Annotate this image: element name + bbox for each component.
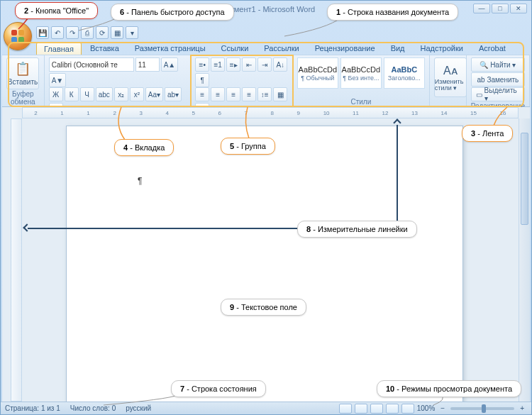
qat-redo-button[interactable]: ↷ <box>66 26 79 39</box>
highlight-button[interactable]: ab▾ <box>165 87 182 101</box>
status-page[interactable]: Страница: 1 из 1 <box>5 404 60 412</box>
qat-customize-button[interactable]: ▾ <box>126 26 138 39</box>
shading-button[interactable]: ▦ <box>273 87 287 101</box>
indent-dec-button[interactable]: ⇤ <box>242 57 256 72</box>
word-window: — □ ✕ Документ1 - Microsoft Word 💾 ↶ ↷ ⎙… <box>0 0 532 415</box>
group-clipboard-label: Буфер обмена <box>6 89 40 106</box>
paragraph-mark-icon: ¶ <box>138 176 142 186</box>
ribbon-tabs: Главная Вставка Разметка страницы Ссылки… <box>36 42 513 56</box>
style-sample: AaBbCcDd <box>299 65 337 74</box>
show-marks-button[interactable]: ¶ <box>195 73 209 87</box>
font-size-combo[interactable] <box>135 57 160 72</box>
callout-4: 4 - Вкладка <box>114 139 174 156</box>
change-styles-icon: Aᴀ <box>443 64 458 77</box>
group-styles-label: Стили <box>297 97 425 106</box>
arrow-ruler-h <box>28 228 297 229</box>
view-full-screen-button[interactable] <box>355 404 367 414</box>
tab-insert[interactable]: Вставка <box>83 42 126 56</box>
group-clipboard: 📋 Вставить Буфер обмена <box>2 55 45 106</box>
zoom-level[interactable]: 100% <box>417 404 436 412</box>
line-spacing-button[interactable]: ↕≡ <box>257 87 272 101</box>
zoom-slider-knob[interactable] <box>482 404 486 413</box>
select-button[interactable]: ▭ Выделить ▾ <box>471 87 525 101</box>
font-family-combo[interactable] <box>49 57 134 72</box>
paste-icon: 📋 <box>15 61 31 77</box>
style-name: ¶ Без инте... <box>343 74 379 82</box>
horizontal-ruler[interactable]: 21 12 34 56 78 910 1112 1314 1516 <box>22 107 519 118</box>
vertical-ruler[interactable] <box>11 118 22 402</box>
callout-5: 5 - Группа <box>221 138 275 155</box>
status-words[interactable]: Число слов: 0 <box>70 404 116 412</box>
scrollbar-thumb[interactable] <box>521 133 528 225</box>
italic-button[interactable]: К <box>65 87 79 101</box>
qat-undo-button[interactable]: ↶ <box>51 26 64 39</box>
tab-references[interactable]: Ссылки <box>214 42 256 56</box>
style-sample: AaBbCcDd <box>342 65 380 74</box>
replace-button[interactable]: ab Заменить <box>471 72 525 87</box>
underline-button[interactable]: Ч <box>80 87 94 101</box>
document-page[interactable]: ¶ <box>66 126 463 409</box>
style-name: Заголово... <box>388 74 421 82</box>
style-name: ¶ Обычный <box>301 74 334 82</box>
group-editing: 🔍 Найти ▾ ab Заменить ▭ Выделить ▾ Редак… <box>467 55 530 106</box>
callout-2: 2 - Кнопка "Office" <box>15 2 98 19</box>
zoom-slider[interactable] <box>450 407 514 410</box>
callout-6: 6 - Панель быстрого доступа <box>111 4 234 21</box>
status-language[interactable]: русский <box>126 404 151 412</box>
tab-mailings[interactable]: Рассылки <box>257 42 306 56</box>
replace-icon: ab <box>477 76 484 84</box>
tab-home[interactable]: Главная <box>36 42 82 56</box>
tab-review[interactable]: Рецензирование <box>308 42 382 56</box>
strike-button[interactable]: abc <box>96 87 113 101</box>
tab-layout[interactable]: Разметка страницы <box>128 42 213 56</box>
find-button[interactable]: 🔍 Найти ▾ <box>471 57 525 72</box>
change-styles-button[interactable]: Aᴀ Изменить стили ▾ <box>434 57 467 97</box>
subscript-button[interactable]: x₂ <box>114 87 128 101</box>
style-sample: AaBbC <box>391 65 417 74</box>
indent-inc-button[interactable]: ⇥ <box>257 57 272 72</box>
multilevel-button[interactable]: ≡▸ <box>226 57 240 72</box>
tab-acrobat[interactable]: Acrobat <box>472 42 513 56</box>
view-web-button[interactable] <box>370 404 383 414</box>
zoom-in-button[interactable]: + <box>517 404 527 412</box>
superscript-button[interactable]: x² <box>130 87 144 101</box>
change-case-button[interactable]: Aa▾ <box>145 87 163 101</box>
group-paragraph: ≡• ≡1 ≡▸ ⇤ ⇥ A↓ ¶ ≡ ≡ ≡ ≡ ↕≡ ▦ ▭ Абзац <box>191 55 293 106</box>
callout-10: 10 - Режимы просмотра документа <box>377 380 521 397</box>
office-logo-icon <box>11 30 24 43</box>
vertical-scrollbar[interactable] <box>519 118 530 402</box>
ribbon: 📋 Вставить Буфер обмена A▲ A▼ Ж К Ч abc … <box>2 55 530 107</box>
callout-9: 9 - Текстовое поле <box>221 299 306 316</box>
sort-button[interactable]: A↓ <box>273 57 287 72</box>
callout-3: 3 - Лента <box>462 125 513 142</box>
callout-7: 7 - Строка состояния <box>171 380 266 397</box>
view-draft-button[interactable] <box>401 404 414 414</box>
arrow-ruler-v <box>397 125 398 224</box>
view-print-layout-button[interactable] <box>339 404 352 414</box>
tab-addins[interactable]: Надстройки <box>414 42 470 56</box>
callout-1: 1 - Строка названия документа <box>327 4 458 21</box>
justify-button[interactable]: ≡ <box>242 87 256 101</box>
align-center-button[interactable]: ≡ <box>211 87 225 101</box>
view-outline-button[interactable] <box>386 404 399 414</box>
group-font: A▲ A▼ Ж К Ч abc x₂ x² Aa▾ ab▾ A▾ Шрифт <box>45 55 192 106</box>
change-styles-label: Изменить стили ▾ <box>435 79 466 92</box>
group-styles: AaBbCcDd ¶ Обычный AaBbCcDd ¶ Без инте..… <box>293 55 430 106</box>
grow-font-button[interactable]: A▲ <box>161 57 179 72</box>
qat-save-button[interactable]: 💾 <box>36 26 49 39</box>
select-icon: ▭ <box>476 91 482 99</box>
numbering-button[interactable]: ≡1 <box>211 57 225 72</box>
group-change-styles: Aᴀ Изменить стили ▾ <box>430 55 467 106</box>
paste-button[interactable]: 📋 Вставить <box>6 57 39 89</box>
style-heading1[interactable]: AaBbC Заголово... <box>384 57 425 89</box>
bullets-button[interactable]: ≡• <box>195 57 209 72</box>
callout-8: 8 - Измерительные линейки <box>297 221 417 238</box>
bold-button[interactable]: Ж <box>49 87 63 101</box>
paste-label: Вставить <box>8 78 38 86</box>
tab-view[interactable]: Вид <box>384 42 412 56</box>
shrink-font-button[interactable]: A▼ <box>49 73 67 87</box>
style-no-spacing[interactable]: AaBbCcDd ¶ Без инте... <box>340 57 382 89</box>
align-left-button[interactable]: ≡ <box>195 87 209 101</box>
style-normal[interactable]: AaBbCcDd ¶ Обычный <box>297 57 338 89</box>
align-right-button[interactable]: ≡ <box>226 87 240 101</box>
